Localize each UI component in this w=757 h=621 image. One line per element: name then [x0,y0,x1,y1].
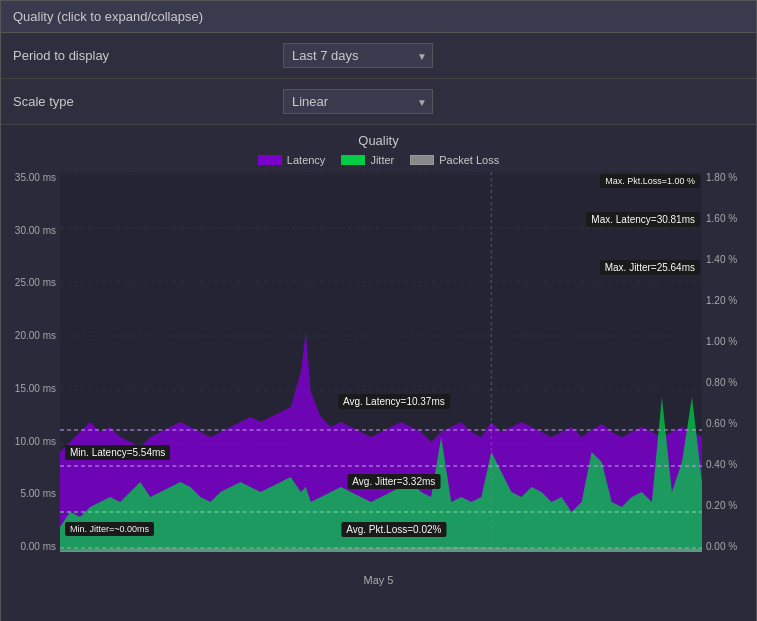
chart-legend: Latency Jitter Packet Loss [5,154,752,166]
legend-jitter: Jitter [341,154,394,166]
chart-section: Quality Latency Jitter Packet Loss 0.00 … [1,125,756,621]
scale-select-wrapper[interactable]: Linear Logarithmic [283,89,433,114]
period-row: Period to display Last 7 days Last 30 da… [1,33,756,79]
y-right-3: 0.60 % [702,418,752,429]
y-right-0: 0.00 % [702,541,752,552]
y-left-4: 20.00 ms [5,330,60,341]
main-container: Quality (click to expand/collapse) Perio… [0,0,757,621]
period-select[interactable]: Last 7 days Last 30 days Last 90 days [283,43,433,68]
x-axis-label: May 5 [5,574,752,586]
packet-loss-color-box [410,155,434,165]
chart-svg [60,172,702,552]
y-left-6: 30.00 ms [5,225,60,236]
y-right-4: 0.80 % [702,377,752,388]
packet-loss-label: Packet Loss [439,154,499,166]
legend-latency: Latency [258,154,326,166]
y-left-2: 10.00 ms [5,436,60,447]
y-right-7: 1.40 % [702,254,752,265]
scale-label: Scale type [13,94,283,109]
y-right-2: 0.40 % [702,459,752,470]
chart-inner: Max. Pkt.Loss=1.00 % Max. Latency=30.81m… [60,172,702,572]
jitter-label: Jitter [370,154,394,166]
latency-label: Latency [287,154,326,166]
y-right-9: 1.80 % [702,172,752,183]
y-left-1: 5.00 ms [5,488,60,499]
y-left-0: 0.00 ms [5,541,60,552]
chart-area: 0.00 ms 5.00 ms 10.00 ms 15.00 ms 20.00 … [5,172,752,572]
y-left-5: 25.00 ms [5,277,60,288]
y-axis-left: 0.00 ms 5.00 ms 10.00 ms 15.00 ms 20.00 … [5,172,60,572]
scale-select[interactable]: Linear Logarithmic [283,89,433,114]
jitter-color-box [341,155,365,165]
y-right-1: 0.20 % [702,500,752,511]
y-left-7: 35.00 ms [5,172,60,183]
legend-packet-loss: Packet Loss [410,154,499,166]
y-left-3: 15.00 ms [5,383,60,394]
latency-color-box [258,155,282,165]
y-right-8: 1.60 % [702,213,752,224]
y-right-5: 1.00 % [702,336,752,347]
period-label: Period to display [13,48,283,63]
period-select-wrapper[interactable]: Last 7 days Last 30 days Last 90 days [283,43,433,68]
scale-row: Scale type Linear Logarithmic [1,79,756,125]
chart-title: Quality [5,133,752,148]
y-right-6: 1.20 % [702,295,752,306]
y-axis-right: 0.00 % 0.20 % 0.40 % 0.60 % 0.80 % 1.00 … [702,172,752,572]
quality-header[interactable]: Quality (click to expand/collapse) [1,1,756,33]
header-title: Quality (click to expand/collapse) [13,9,203,24]
